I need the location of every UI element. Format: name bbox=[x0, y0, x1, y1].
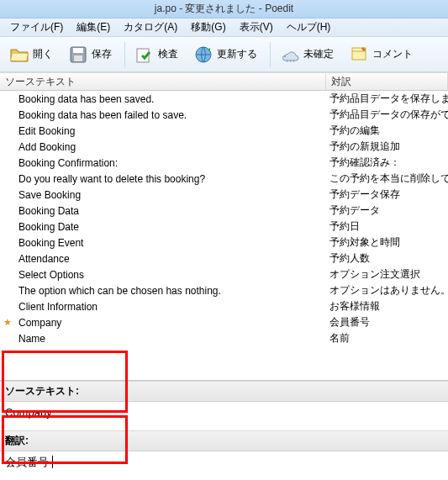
cell-target: お客様情報 bbox=[326, 299, 448, 314]
column-header-source[interactable]: ソーステキスト bbox=[0, 73, 326, 90]
table-row[interactable]: Client Informationお客様情報 bbox=[0, 298, 448, 314]
table-row[interactable]: The option which can be chosen has nothi… bbox=[0, 282, 448, 298]
cell-source: Attendance bbox=[15, 253, 326, 265]
bottom-pane: ソーステキスト: Company 翻訳: 会員番号 bbox=[0, 380, 448, 480]
update-button[interactable]: 更新する bbox=[187, 41, 263, 68]
comment-label: コメント bbox=[372, 47, 413, 61]
cell-source: Edit Booking bbox=[15, 125, 326, 137]
menu-file[interactable]: ファイル(F) bbox=[3, 18, 70, 36]
untranslated-label: 未確定 bbox=[303, 47, 334, 61]
cell-target: 会員番号 bbox=[326, 315, 448, 330]
save-icon bbox=[68, 45, 88, 65]
menu-view[interactable]: 表示(V) bbox=[233, 18, 280, 36]
cell-target: 予約人数 bbox=[326, 251, 448, 266]
save-label: 保存 bbox=[92, 47, 112, 61]
open-label: 開く bbox=[33, 47, 53, 61]
cell-source: Do you really want to delete this bookin… bbox=[15, 173, 326, 185]
table-row[interactable]: Booking Date予約日 bbox=[0, 219, 448, 235]
table-header: ソーステキスト 対訳 bbox=[0, 72, 448, 91]
cell-source: The option which can be chosen has nothi… bbox=[15, 285, 326, 297]
cell-target: 名前 bbox=[326, 331, 448, 345]
cell-source: Booking Data bbox=[15, 205, 326, 217]
cell-target: 予約データ bbox=[326, 203, 448, 218]
table-row[interactable]: Booking Data予約データ bbox=[0, 203, 448, 219]
cell-source: Name bbox=[15, 333, 326, 345]
cell-source: Add Booking bbox=[15, 141, 326, 153]
cell-source: Booking data has been saved. bbox=[15, 93, 326, 105]
menu-help[interactable]: ヘルプ(H) bbox=[280, 18, 338, 36]
window-title: ja.po - 変更されました - Poedit bbox=[155, 2, 293, 16]
folder-open-icon bbox=[9, 45, 29, 65]
menu-catalog[interactable]: カタログ(A) bbox=[117, 18, 184, 36]
comment-button[interactable]: コメント bbox=[343, 41, 419, 68]
table-row[interactable]: Select Optionsオプション注文選択 bbox=[0, 266, 448, 282]
toolbar: 開く 保存 検査 更新する 未確定 コメント bbox=[0, 37, 448, 72]
table-row[interactable]: Add Booking予約の新規追加 bbox=[0, 139, 448, 155]
translation-pane-label: 翻訳: bbox=[0, 430, 448, 451]
cell-target: 予約対象と時間 bbox=[326, 235, 448, 250]
menu-go[interactable]: 移動(G) bbox=[184, 18, 232, 36]
menubar: ファイル(F) 編集(E) カタログ(A) 移動(G) 表示(V) ヘルプ(H) bbox=[0, 18, 448, 37]
cell-target: オプションはありません。 bbox=[326, 283, 448, 298]
svg-rect-2 bbox=[74, 55, 82, 61]
check-label: 検査 bbox=[158, 47, 178, 61]
table-row[interactable]: Name名前 bbox=[0, 330, 448, 346]
save-button[interactable]: 保存 bbox=[62, 41, 118, 68]
cell-source: Booking Event bbox=[15, 237, 326, 249]
cell-target: 予約の編集 bbox=[326, 124, 448, 138]
row-indicator: ★ bbox=[0, 317, 15, 328]
cell-target: 予約データ保存 bbox=[326, 187, 448, 202]
update-label: 更新する bbox=[217, 47, 257, 61]
column-header-target[interactable]: 対訳 bbox=[326, 73, 448, 90]
menu-edit[interactable]: 編集(E) bbox=[70, 18, 117, 36]
cell-target: 予約の新規追加 bbox=[326, 140, 448, 154]
cell-source: Select Options bbox=[15, 269, 326, 281]
svg-rect-1 bbox=[73, 48, 83, 53]
globe-sync-icon bbox=[193, 45, 213, 65]
table-row[interactable]: Edit Booking予約の編集 bbox=[0, 123, 448, 139]
cell-source: Booking Date bbox=[15, 221, 326, 233]
cloud-icon bbox=[280, 45, 300, 65]
table-row[interactable]: Booking data has been failed to save.予約品… bbox=[0, 107, 448, 123]
cell-target: オプション注文選択 bbox=[326, 267, 448, 282]
cell-target: 予約確認済み： bbox=[326, 156, 448, 170]
table-row[interactable]: Booking Confirmation:予約確認済み： bbox=[0, 155, 448, 171]
cell-source: Company bbox=[15, 317, 326, 329]
table-row[interactable]: Booking Event予約対象と時間 bbox=[0, 235, 448, 251]
table-row[interactable]: Save Booking予約データ保存 bbox=[0, 187, 448, 203]
source-text-pane-label: ソーステキスト: bbox=[0, 381, 448, 402]
cell-target: 予約日 bbox=[326, 219, 448, 234]
separator bbox=[124, 42, 125, 67]
cell-source: Booking Confirmation: bbox=[15, 157, 326, 169]
check-icon bbox=[134, 45, 155, 65]
table-row[interactable]: Do you really want to delete this bookin… bbox=[0, 171, 448, 187]
open-button[interactable]: 開く bbox=[3, 41, 59, 68]
cell-target: この予約を本当に削除してもい bbox=[326, 171, 448, 186]
check-button[interactable]: 検査 bbox=[129, 41, 184, 68]
table-row[interactable]: Booking data has been saved.予約品目データを保存しま… bbox=[0, 91, 448, 107]
note-icon bbox=[349, 45, 369, 65]
cell-target: 予約品目データを保存しました bbox=[326, 92, 448, 106]
untranslated-button[interactable]: 未確定 bbox=[274, 41, 340, 68]
table-row[interactable]: Attendance予約人数 bbox=[0, 251, 448, 266]
separator bbox=[270, 42, 271, 67]
window-titlebar: ja.po - 変更されました - Poedit bbox=[0, 0, 448, 18]
translation-input[interactable]: 会員番号 bbox=[0, 451, 448, 480]
cell-source: Client Information bbox=[15, 301, 326, 313]
cell-source: Save Booking bbox=[15, 189, 326, 201]
cell-target: 予約品目データの保存ができま bbox=[326, 108, 448, 122]
translation-table[interactable]: Booking data has been saved.予約品目データを保存しま… bbox=[0, 91, 448, 380]
source-text-pane: Company bbox=[0, 402, 448, 430]
table-row[interactable]: ★Company会員番号 bbox=[0, 314, 448, 330]
cell-source: Booking data has been failed to save. bbox=[15, 109, 326, 121]
